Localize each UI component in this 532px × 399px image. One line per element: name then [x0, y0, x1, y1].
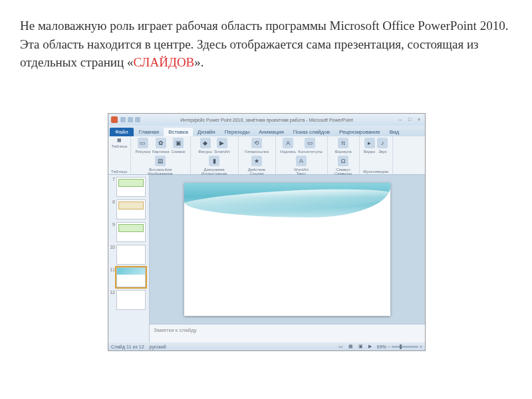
tab-slideshow[interactable]: Показ слайдов	[289, 128, 334, 136]
zoom-value: 69%	[377, 344, 386, 349]
group-tables-label: Таблицы	[111, 170, 128, 174]
qat-save-icon[interactable]	[120, 117, 126, 122]
ribbon-group-tables: ▦ Таблица Таблицы	[108, 136, 131, 174]
tab-transitions[interactable]: Переходы	[220, 128, 255, 136]
ribbon-group-illustrations: ◆Фигуры ▶SmartArt ▮Диаграмма Иллюстрации	[191, 136, 239, 174]
chart-icon[interactable]: ▮	[209, 156, 219, 166]
qat-undo-icon[interactable]	[128, 117, 133, 122]
desc-highlight: СЛАЙДОВ	[133, 55, 194, 69]
thumbnail-9[interactable]: 9	[110, 222, 148, 242]
thumbnail-8[interactable]: 8	[110, 200, 148, 219]
tab-view[interactable]: Вид	[385, 128, 404, 136]
table-icon[interactable]: ▦	[117, 138, 122, 143]
thumbnail-10[interactable]: 10	[110, 245, 148, 265]
main-panel: Заметки к слайду	[150, 175, 425, 342]
window-controls: – □ ×	[397, 117, 422, 122]
notes-pane[interactable]: Заметки к слайду	[150, 324, 425, 342]
maximize-button[interactable]: □	[406, 117, 413, 122]
zoom-slider[interactable]	[392, 346, 418, 348]
clipart-icon[interactable]: ✿	[156, 138, 166, 148]
thumbnail-12[interactable]: 12	[110, 290, 148, 310]
slide-thumbnail-panel[interactable]: 7 8 9 10 11 12	[108, 175, 150, 342]
quick-access-toolbar	[120, 117, 140, 122]
tab-review[interactable]: Рецензирование	[334, 128, 385, 136]
minimize-button[interactable]: –	[397, 117, 404, 122]
notes-placeholder: Заметки к слайду	[154, 327, 197, 333]
desc-text-2: ».	[194, 55, 203, 69]
ribbon-group-images: ▭Рисунок ✿Картинка ▣Снимок ▤Фотоальбом И…	[131, 136, 191, 174]
thumbnail-11[interactable]: 11	[110, 267, 148, 287]
shapes-icon[interactable]: ◆	[200, 138, 211, 148]
ribbon: ▦ Таблица Таблицы ▭Рисунок ✿Картинка ▣Сн…	[108, 136, 425, 175]
window-title: Интерфейс Power Point 2010, зачётная про…	[180, 118, 352, 122]
zoom-control[interactable]: 69% − +	[377, 344, 422, 349]
zoom-out-icon[interactable]: −	[388, 344, 390, 349]
tab-home[interactable]: Главная	[134, 128, 164, 136]
ribbon-tabs: Файл Главная Вставка Дизайн Переходы Ани…	[108, 126, 425, 136]
view-reading-icon[interactable]: ▣	[358, 344, 363, 349]
symbol-icon[interactable]: Ω	[338, 156, 348, 166]
tab-design[interactable]: Дизайн	[193, 128, 220, 136]
tab-insert[interactable]: Вставка	[164, 128, 193, 136]
thumbnail-7[interactable]: 7	[110, 177, 148, 197]
statusbar: Слайд 11 из 12 русский ▭ ▦ ▣ ▶ 69% − +	[108, 342, 425, 350]
group-media-label: Мультимедиа	[363, 170, 388, 174]
app-logo-icon	[111, 116, 118, 123]
ribbon-group-links: ⟲Гиперссылка ★Действие Ссылки	[239, 136, 276, 174]
ribbon-group-text: AНадпись ▭Колонтитулы AWordArt Текст	[276, 136, 328, 174]
view-normal-icon[interactable]: ▭	[338, 344, 343, 349]
hyperlink-icon[interactable]: ⟲	[251, 138, 262, 148]
titlebar: Интерфейс Power Point 2010, зачётная про…	[108, 114, 425, 126]
page-description: Не маловажную роль играет рабочая област…	[0, 0, 532, 78]
audio-icon[interactable]: ♪	[377, 138, 388, 148]
table-label: Таблица	[111, 144, 127, 148]
tab-file[interactable]: Файл	[110, 128, 134, 136]
equation-icon[interactable]: π	[338, 138, 348, 148]
ribbon-group-media: ▸Видео ♪Звук Мультимедиа	[360, 136, 393, 174]
tab-animation[interactable]: Анимация	[254, 128, 289, 136]
slide-editing-area[interactable]	[150, 175, 425, 324]
desc-text-1: Не маловажную роль играет рабочая област…	[20, 19, 508, 69]
ribbon-group-symbols: πФормула ΩСимвол Символы	[328, 136, 360, 174]
wordart-icon[interactable]: A	[296, 156, 307, 166]
current-slide[interactable]	[184, 183, 390, 316]
photoalbum-icon[interactable]: ▤	[155, 156, 166, 166]
slide-counter: Слайд 11 из 12	[111, 344, 144, 349]
picture-icon[interactable]: ▭	[138, 138, 148, 148]
workarea: 7 8 9 10 11 12 Заметки к слайду	[108, 175, 425, 342]
screenshot-icon[interactable]: ▣	[173, 138, 184, 148]
qat-redo-icon[interactable]	[135, 117, 140, 122]
view-sorter-icon[interactable]: ▦	[348, 344, 353, 349]
header-footer-icon[interactable]: ▭	[305, 138, 315, 148]
powerpoint-window: Интерфейс Power Point 2010, зачётная про…	[108, 113, 426, 351]
view-slideshow-icon[interactable]: ▶	[368, 344, 372, 349]
language-indicator[interactable]: русский	[150, 344, 166, 349]
zoom-in-icon[interactable]: +	[420, 344, 422, 349]
smartart-icon[interactable]: ▶	[217, 138, 227, 148]
video-icon[interactable]: ▸	[364, 138, 375, 148]
action-icon[interactable]: ★	[251, 156, 262, 166]
textbox-icon[interactable]: A	[283, 138, 293, 148]
close-button[interactable]: ×	[416, 117, 422, 122]
